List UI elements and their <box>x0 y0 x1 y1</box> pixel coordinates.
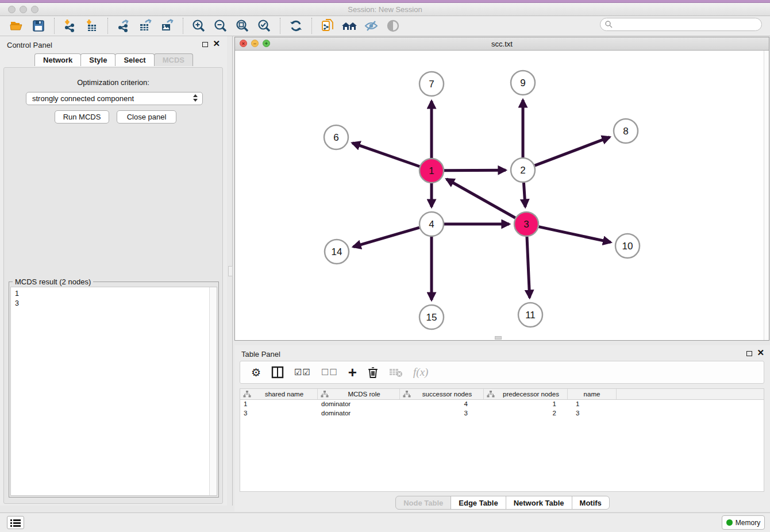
graph-node-4[interactable]: 4 <box>419 212 444 236</box>
home-layout-icon[interactable] <box>340 17 359 34</box>
graph-node-15[interactable]: 15 <box>419 305 444 329</box>
delete-table-icon[interactable] <box>389 364 403 381</box>
network-window-titlebar[interactable]: × − + scc.txt <box>235 37 769 51</box>
edge-2-3[interactable] <box>523 183 525 207</box>
hide-graphics-icon[interactable] <box>362 17 380 34</box>
network-canvas[interactable]: 7968124314101511 <box>235 51 769 340</box>
export-network-icon[interactable] <box>114 17 133 34</box>
cell-name[interactable]: 3 <box>568 409 617 418</box>
graph-node-2[interactable]: 2 <box>511 158 535 182</box>
graph-node-11[interactable]: 11 <box>518 303 542 327</box>
tab-style[interactable]: Style <box>80 53 116 66</box>
close-table-panel-icon[interactable]: ✕ <box>757 348 764 358</box>
tab-node-table[interactable]: Node Table <box>395 496 451 510</box>
refresh-icon[interactable] <box>287 17 305 34</box>
control-panel: Control Panel ✕ Network Style Select MCD… <box>0 36 227 506</box>
tab-network-table[interactable]: Network Table <box>506 496 572 510</box>
column-header-mcds-role[interactable]: MCDS role <box>318 389 400 399</box>
graph-node-14[interactable]: 14 <box>325 240 349 264</box>
task-history-button[interactable] <box>7 516 24 529</box>
criterion-dropdown[interactable]: strongly connected component <box>26 92 203 105</box>
panel-splitter-horizontal[interactable] <box>234 341 770 345</box>
float-panel-icon[interactable] <box>202 42 208 47</box>
search-field[interactable] <box>600 18 762 31</box>
import-table-icon[interactable] <box>83 17 101 34</box>
svg-text:6: 6 <box>333 132 338 143</box>
cell-name[interactable]: 1 <box>568 400 617 409</box>
search-input[interactable] <box>613 20 761 30</box>
cell-predecessor-nodes[interactable]: 2 <box>484 409 568 418</box>
cell-shared-name[interactable]: 1 <box>240 400 318 409</box>
column-header-successor-nodes[interactable]: successor nodes <box>400 389 484 399</box>
export-image-icon[interactable] <box>158 17 176 34</box>
memory-label: Memory <box>736 519 760 527</box>
graph-node-1[interactable]: 1 <box>419 159 444 183</box>
graph-node-7[interactable]: 7 <box>419 72 444 96</box>
edge-3-11[interactable] <box>527 237 530 298</box>
canvas-resize-handle[interactable] <box>495 336 502 340</box>
add-column-icon[interactable]: + <box>348 364 357 381</box>
close-panel-button[interactable]: Close panel <box>117 110 176 124</box>
graph-node-10[interactable]: 10 <box>615 234 640 258</box>
cell-predecessor-nodes[interactable]: 1 <box>484 400 568 409</box>
cell-successor-nodes[interactable]: 4 <box>400 400 484 409</box>
table-panel-title: Table Panel <box>241 350 280 358</box>
cell-mcds-role[interactable]: dominator <box>318 409 400 418</box>
tab-network[interactable]: Network <box>34 53 81 66</box>
hierarchy-icon <box>321 391 329 398</box>
graph-node-6[interactable]: 6 <box>324 125 348 149</box>
cell-mcds-role[interactable]: dominator <box>318 400 400 409</box>
mcds-result-textarea[interactable]: 1 3 <box>10 287 217 496</box>
cell-shared-name[interactable]: 3 <box>240 409 318 418</box>
function-builder-icon[interactable]: f(x) <box>413 364 428 381</box>
zoom-in-icon[interactable] <box>190 17 208 34</box>
edge-3-10[interactable] <box>539 227 611 242</box>
tab-motifs[interactable]: Motifs <box>572 496 610 510</box>
edge-1-6[interactable] <box>352 143 419 167</box>
show-graphics-icon[interactable] <box>384 17 402 34</box>
network-vertical-scrollbar[interactable] <box>764 51 769 340</box>
column-header-shared-name[interactable]: shared name <box>240 389 318 399</box>
result-scrollbar[interactable] <box>209 287 217 495</box>
graph-node-3[interactable]: 3 <box>514 212 538 236</box>
save-session-icon[interactable] <box>29 17 48 34</box>
open-session-icon[interactable] <box>7 17 26 34</box>
tab-mcds[interactable]: MCDS <box>154 53 193 66</box>
delete-column-icon[interactable] <box>367 364 379 381</box>
import-network-icon[interactable] <box>61 17 79 34</box>
zoom-out-icon[interactable] <box>211 17 230 34</box>
tab-select[interactable]: Select <box>115 53 154 66</box>
graph-node-9[interactable]: 9 <box>511 71 535 95</box>
columns-icon[interactable] <box>271 364 284 381</box>
memory-button[interactable]: Memory <box>722 515 765 530</box>
export-table-icon[interactable] <box>136 17 155 34</box>
mcds-panel: Optimization criterion: strongly connect… <box>3 67 223 504</box>
select-all-icon[interactable]: ☑☑ <box>294 364 311 381</box>
edge-4-14[interactable] <box>353 228 419 246</box>
deselect-all-icon[interactable]: ☐☐ <box>321 364 338 381</box>
column-header-predecessor-nodes[interactable]: predecessor nodes <box>484 389 568 399</box>
graph-node-8[interactable]: 8 <box>614 119 638 143</box>
splitter-handle[interactable] <box>228 266 233 276</box>
edge-2-8[interactable] <box>535 137 610 166</box>
close-panel-icon[interactable]: ✕ <box>213 38 220 49</box>
float-table-panel-icon[interactable] <box>746 351 752 356</box>
column-header-name[interactable]: name <box>568 389 617 399</box>
zoom-selected-icon[interactable] <box>255 17 274 34</box>
result-line: 1 <box>15 289 217 299</box>
run-mcds-button[interactable]: Run MCDS <box>55 110 109 124</box>
title-bar[interactable]: Session: New Session <box>0 3 770 16</box>
zoom-fit-icon[interactable] <box>233 17 252 34</box>
cell-successor-nodes[interactable]: 3 <box>400 409 484 418</box>
edge-3-1[interactable] <box>446 179 515 218</box>
svg-text:3: 3 <box>523 219 529 230</box>
gear-icon[interactable]: ⚙ <box>251 364 261 381</box>
tab-edge-table[interactable]: Edge Table <box>451 496 506 510</box>
table-row[interactable]: 3 dominator 3 2 3 <box>240 409 764 418</box>
mcds-app-icon[interactable] <box>318 17 337 34</box>
edge-1-2[interactable] <box>444 170 506 171</box>
table-row[interactable]: 1 dominator 4 1 1 <box>240 400 764 409</box>
svg-text:8: 8 <box>623 126 628 137</box>
application-window: Session: New Session <box>0 0 770 532</box>
panel-splitter-vertical[interactable] <box>227 36 234 506</box>
